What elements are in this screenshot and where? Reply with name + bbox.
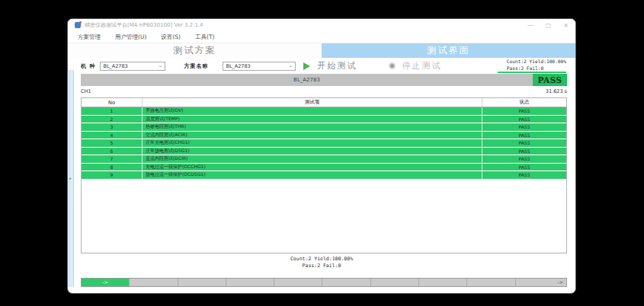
bottom-statistics: Count:2 Yield:100.00% Pass:2 Fail:0 [68,256,575,269]
chevron-down-icon: ⌄ [159,63,163,69]
menu-item-settings[interactable]: 设置(S) [161,33,181,41]
plan-name-label: 方案名称 [184,62,208,70]
progress-segment [130,279,178,286]
menu-bar: 方案管理 用户管理(U) 设置(S) 工具(T) [68,31,575,43]
progress-segment [371,279,419,286]
progress-segment: -> [82,279,130,286]
row-status: PASS [482,107,566,115]
menu-item-plan-management[interactable]: 方案管理 [78,33,101,41]
tab-row: 测试方案 测试界面 [68,43,575,58]
plan-name-select[interactable]: BL_A2783 ⌄ [223,62,296,71]
window-title: 精密仪器测试平台[MA HP6030100] Ver 3.2.1.4 [85,21,203,29]
row-no: 4 [82,132,143,139]
app-icon [75,22,81,28]
channel-progress-bar: ->-> [81,278,567,287]
bottom-pass-fail: Pass:2 Fail:0 [68,263,575,269]
table-header: No 测试项 状态 [82,98,566,107]
channel-label: CH1 [81,88,91,94]
bottom-count-yield: Count:2 Yield:100.00% [68,256,575,263]
row-item: 开路电压测试(OV) [143,107,482,115]
header-no: No [82,98,143,107]
row-no: 9 [82,171,143,179]
minimize-button[interactable]: — [527,22,533,29]
progress-segment [419,279,467,286]
row-status: PASS [482,139,566,147]
progress-segment [226,279,274,286]
close-button[interactable]: ✕ [563,22,569,29]
top-statistics: Count:2 Yield:100.00% Pass:2 Fail:0 [507,58,566,72]
table-row[interactable]: 9 放电过流一级保护(OCDSG1) PASS [82,171,566,180]
test-time: 31.623 s [546,88,567,94]
header-status: 状态 [482,99,566,106]
row-no: 6 [82,148,143,155]
table-row[interactable]: 6 正常放电测试(DSG1) PASS [82,148,566,156]
chevron-down-icon: ⌄ [289,63,293,69]
row-no: 7 [82,155,143,163]
table-row[interactable]: 4 交流内阻测试(ACIR) PASS [82,132,566,140]
row-item: 热敏电阻测试(THR) [143,123,482,131]
table-row[interactable]: 7 直流内阻测试(DCIR) PASS [82,155,566,164]
row-item: 交流内阻测试(ACIR) [143,132,482,139]
table-row[interactable]: 3 热敏电阻测试(THR) PASS [82,123,566,132]
progress-segment [274,279,322,286]
row-status: PASS [482,164,566,171]
plan-name-select-value: BL_A2783 [226,63,250,69]
row-status: PASS [482,148,566,155]
table-row[interactable]: 8 充电过流一级保护(OCCHG1) PASS [82,164,566,172]
stop-test-icon [389,62,396,69]
table-row[interactable]: 1 开路电压测试(OV) PASS [82,107,566,116]
table-row[interactable]: 5 正常充电测试(CHG1) PASS [82,139,566,148]
row-status: PASS [482,171,566,179]
progress-segment [322,279,370,286]
tab-test-interface[interactable]: 测试界面 [322,43,575,58]
row-no: 1 [82,107,143,115]
start-test-icon[interactable] [303,62,310,70]
row-item: 正常充电测试(CHG1) [143,139,482,147]
row-item: 正常放电测试(DSG1) [143,148,482,155]
top-count-yield: Count:2 Yield:100.00% [507,58,566,65]
start-test-button[interactable]: 开始测试 [317,60,357,72]
collapsed-side-panel[interactable]: ▸ [69,70,74,287]
row-status: PASS [482,116,566,123]
progress-segment [178,279,226,286]
screen-background: 精密仪器测试平台[MA HP6030100] Ver 3.2.1.4 — ▢ ✕… [0,0,644,306]
row-status: PASS [482,132,566,139]
row-item: 温度测试(TEMP) [143,116,482,123]
stop-test-button[interactable]: 停止测试 [402,60,441,72]
banner-model-name: BL_A2783 [81,74,533,86]
app-window: 精密仪器测试平台[MA HP6030100] Ver 3.2.1.4 — ▢ ✕… [67,18,576,294]
row-item: 充电过流一级保护(OCCHG1) [143,164,482,171]
header-test-item: 测试项 [143,98,482,107]
test-items-table: No 测试项 状态 1 开路电压测试(OV) PASS 2 温度测试(TEMP)… [81,97,567,253]
row-no: 5 [82,139,143,147]
menu-item-tools[interactable]: 工具(T) [195,33,214,41]
row-status: PASS [482,123,566,131]
top-pass-fail: Pass:2 Fail:0 [507,65,566,72]
row-status: PASS [482,155,566,163]
test-table-body: 1 开路电压测试(OV) PASS 2 温度测试(TEMP) PASS 3 热敏… [82,107,566,180]
row-item: 直流内阻测试(DCIR) [143,155,482,163]
model-select[interactable]: BL_A2783 ⌄ [100,62,165,71]
overall-result-badge: PASS [533,74,567,86]
stats-green-underline [498,72,566,73]
model-label: 机 种 [81,62,95,70]
result-banner: BL_A2783 PASS [81,74,567,86]
progress-segment: -> [516,279,566,286]
tab-test-plan[interactable]: 测试方案 [68,43,322,58]
row-no: 3 [82,123,143,131]
channel-row: CH1 31.623 s [81,87,567,96]
table-row[interactable]: 2 温度测试(TEMP) PASS [82,116,566,124]
row-item: 放电过流一级保护(OCDSG1) [143,171,482,179]
progress-segment [467,279,515,286]
row-no: 8 [82,164,143,171]
row-no: 2 [82,116,143,123]
model-select-value: BL_A2783 [103,63,127,69]
maximize-button[interactable]: ▢ [546,22,552,29]
expand-panel-icon[interactable]: ▸ [69,177,72,181]
menu-item-user-management[interactable]: 用户管理(U) [115,33,146,41]
title-bar[interactable]: 精密仪器测试平台[MA HP6030100] Ver 3.2.1.4 — ▢ ✕ [68,19,575,31]
